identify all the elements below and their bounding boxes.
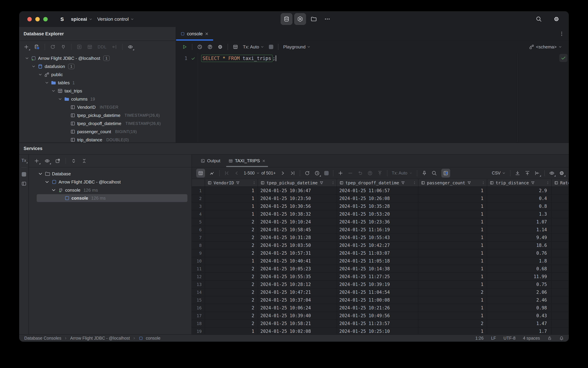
data-cell[interactable]: 2 bbox=[205, 312, 258, 319]
services-item-console-selected[interactable]: console126 ms bbox=[37, 194, 187, 202]
data-cell[interactable]: 2024-01-25 10:55:43 bbox=[337, 234, 419, 241]
data-cell[interactable] bbox=[552, 296, 569, 304]
auto-refresh-button[interactable] bbox=[314, 170, 320, 176]
settings-button[interactable] bbox=[551, 13, 562, 25]
stop-button[interactable] bbox=[269, 45, 273, 49]
table-row[interactable]: 1012024-01-25 10:40:412024-01-25 11:05:1… bbox=[192, 257, 569, 265]
open-data-button[interactable] bbox=[87, 44, 92, 50]
data-cell[interactable]: 2024-01-25 10:23:50 bbox=[258, 195, 337, 202]
data-cell[interactable] bbox=[552, 288, 569, 296]
table-row[interactable]: 1222024-01-25 10:55:352024-01-25 11:27:2… bbox=[192, 273, 569, 281]
submit-button[interactable] bbox=[367, 170, 373, 176]
data-cell[interactable]: 2024-01-25 10:42:27 bbox=[337, 242, 419, 249]
sql-statement-line[interactable]: SELECT * FROM taxi_trips; bbox=[201, 54, 276, 62]
data-cell[interactable]: 1 bbox=[205, 210, 258, 218]
ddl-button[interactable]: DDL bbox=[98, 45, 107, 49]
data-cell[interactable]: 1 bbox=[205, 202, 258, 210]
data-cell[interactable]: 2 bbox=[205, 234, 258, 241]
add-row-button[interactable] bbox=[338, 170, 343, 176]
reload-page-button[interactable] bbox=[304, 170, 310, 176]
data-cell[interactable]: 2024-01-25 10:53:20 bbox=[337, 210, 419, 218]
data-cell[interactable]: 1.07 bbox=[487, 218, 552, 226]
chevron-down-icon[interactable] bbox=[25, 56, 29, 61]
table-row[interactable]: 522024-01-25 10:10:242024-01-25 10:23:36… bbox=[192, 218, 569, 226]
breadcrumb-item[interactable]: Database Consoles bbox=[24, 336, 61, 341]
history-button[interactable] bbox=[197, 44, 203, 50]
pin-tab-button[interactable] bbox=[422, 170, 427, 176]
delete-row-button[interactable] bbox=[348, 170, 353, 176]
page-size-select[interactable]: 1-500 of 501+ bbox=[244, 171, 276, 175]
data-cell[interactable] bbox=[552, 195, 569, 202]
data-cell[interactable] bbox=[552, 187, 569, 194]
data-cell[interactable]: 2 bbox=[419, 320, 487, 327]
inspections-widget[interactable] bbox=[559, 54, 568, 62]
table-row[interactable]: 1422024-01-25 10:47:212024-01-25 11:04:5… bbox=[192, 288, 569, 296]
data-cell[interactable]: 2 bbox=[205, 281, 258, 288]
data-cell[interactable]: 1 bbox=[205, 328, 258, 334]
sort-icon[interactable] bbox=[481, 181, 485, 185]
data-cell[interactable]: 1 bbox=[419, 296, 487, 304]
data-cell[interactable]: 1 bbox=[419, 304, 487, 312]
data-cell[interactable]: 0.4 bbox=[487, 195, 552, 202]
tree-item-column[interactable]: tpep_pickup_datetimeTIMESTAMP(26,6) bbox=[19, 111, 176, 120]
run-button[interactable] bbox=[182, 44, 187, 50]
data-cell[interactable]: 1.47 bbox=[487, 320, 552, 327]
column-header[interactable]: VendorID bbox=[205, 179, 258, 186]
table-row[interactable]: 822024-01-25 10:03:502024-01-25 10:42:27… bbox=[192, 242, 569, 249]
data-cell[interactable]: 1 bbox=[205, 187, 258, 194]
tab-output[interactable]: Output bbox=[196, 155, 224, 167]
close-icon[interactable] bbox=[205, 32, 209, 36]
tree-item-connection[interactable]: Arrow Flight JDBC - @localhost1 bbox=[19, 54, 176, 62]
chevron-down-icon[interactable] bbox=[38, 171, 43, 176]
column-header[interactable]: passenger_count bbox=[419, 179, 487, 186]
services-item-session[interactable]: console126 ms bbox=[29, 186, 191, 194]
column-header[interactable]: trip_distance bbox=[487, 179, 552, 186]
data-cell[interactable] bbox=[552, 210, 569, 218]
data-cell[interactable] bbox=[552, 257, 569, 265]
data-cell[interactable]: 2024-01-25 10:36:47 bbox=[258, 187, 337, 194]
maximize-window-button[interactable] bbox=[43, 17, 48, 21]
data-cell[interactable] bbox=[552, 312, 569, 319]
data-cell[interactable]: 1 bbox=[419, 187, 487, 194]
view-options-button[interactable] bbox=[45, 158, 50, 164]
data-cell[interactable]: 0.8 bbox=[487, 202, 552, 210]
minimize-window-button[interactable] bbox=[35, 17, 40, 21]
add-datasource-button[interactable] bbox=[24, 44, 29, 50]
close-icon[interactable] bbox=[262, 159, 266, 163]
data-cell[interactable]: 1 bbox=[205, 195, 258, 202]
chevron-down-icon[interactable] bbox=[45, 81, 49, 85]
data-cell[interactable]: 2 bbox=[205, 296, 258, 304]
parameters-button[interactable] bbox=[207, 44, 213, 50]
data-cell[interactable]: 2024-01-25 11:16:19 bbox=[337, 226, 419, 233]
table-row[interactable]: 1522024-01-25 10:37:042024-01-25 11:00:0… bbox=[192, 296, 569, 304]
grid-view-button[interactable] bbox=[196, 169, 205, 177]
data-cell[interactable]: 2024-01-25 10:23:36 bbox=[337, 218, 419, 226]
export-button[interactable] bbox=[525, 170, 530, 176]
export-format-select[interactable]: CSV bbox=[492, 171, 506, 175]
data-cell[interactable]: 1 bbox=[419, 242, 487, 249]
data-cell[interactable]: 2 bbox=[205, 273, 258, 280]
project-switcher[interactable]: spiceai bbox=[71, 17, 92, 22]
disconnect-button[interactable] bbox=[61, 44, 66, 50]
data-cell[interactable]: 2 bbox=[205, 242, 258, 249]
data-cell[interactable] bbox=[552, 226, 569, 233]
chevron-down-icon[interactable] bbox=[31, 64, 36, 69]
view-options-button[interactable] bbox=[128, 44, 133, 50]
indent-indicator[interactable]: 4 spaces bbox=[523, 336, 540, 341]
playground-select[interactable]: Playground bbox=[283, 44, 311, 50]
services-tool-button[interactable] bbox=[294, 13, 306, 25]
previous-page-button[interactable] bbox=[234, 170, 239, 176]
sort-icon[interactable] bbox=[252, 181, 256, 185]
stop-strip-button[interactable] bbox=[22, 172, 26, 176]
layout-panel-icon[interactable] bbox=[21, 181, 27, 186]
table-row[interactable]: 212024-01-25 10:23:502024-01-25 10:26:08… bbox=[192, 195, 569, 202]
data-cell[interactable]: 0.68 bbox=[487, 265, 552, 273]
chart-view-button[interactable] bbox=[209, 170, 215, 176]
next-page-button[interactable] bbox=[280, 170, 285, 176]
data-cell[interactable]: 11.99 bbox=[487, 273, 552, 280]
line-ending-indicator[interactable]: LF bbox=[491, 336, 496, 341]
data-cell[interactable]: 2024-01-25 10:26:08 bbox=[337, 195, 419, 202]
data-cell[interactable] bbox=[552, 328, 569, 334]
data-cell[interactable]: 2024-01-25 10:58:45 bbox=[258, 226, 337, 233]
chevron-down-icon[interactable] bbox=[51, 89, 56, 93]
